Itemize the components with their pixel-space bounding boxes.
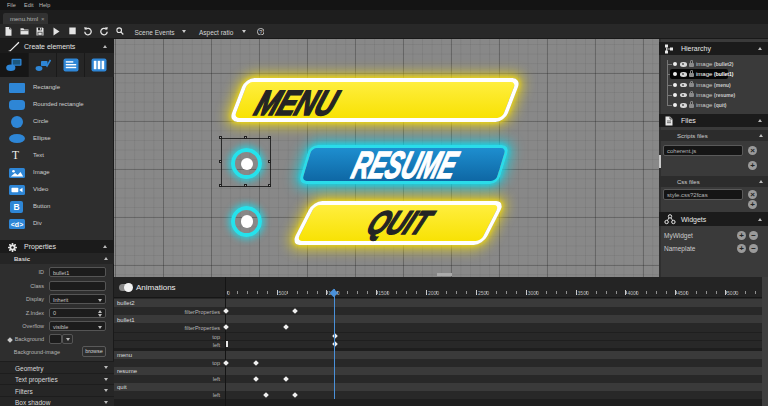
svg-text:?: ? xyxy=(259,28,262,34)
svg-text:<d>: <d> xyxy=(11,220,23,227)
svg-text:B: B xyxy=(13,202,19,212)
